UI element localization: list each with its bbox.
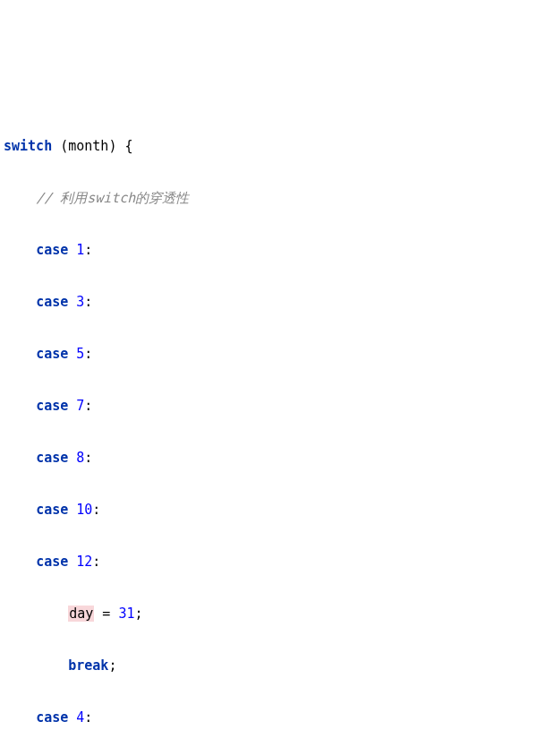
number: 8	[76, 450, 84, 466]
code-block: switch (month) { // 利用switch的穿透性 case 1:…	[4, 107, 546, 756]
comment: // 利用switch的穿透性	[36, 190, 189, 206]
number: 4	[76, 709, 84, 726]
code-line: case 5:	[4, 341, 546, 367]
code-line: switch (month) {	[4, 133, 546, 159]
code-line: case 3:	[4, 289, 546, 315]
keyword-case: case	[36, 554, 68, 570]
keyword-case: case	[36, 502, 68, 518]
code-line: case 7:	[4, 393, 546, 419]
keyword-case: case	[36, 450, 68, 466]
keyword-case: case	[36, 242, 68, 258]
number: 10	[76, 502, 92, 518]
code-line: day = 31;	[4, 601, 546, 627]
keyword-case: case	[36, 709, 68, 726]
var-day: day	[68, 606, 94, 622]
code-line: case 12:	[4, 549, 546, 575]
keyword-case: case	[36, 294, 68, 310]
number: 3	[76, 294, 84, 310]
code-line: case 10:	[4, 497, 546, 523]
number: 31	[118, 606, 134, 622]
code-line: case 1:	[4, 237, 546, 263]
code-line: case 4:	[4, 705, 546, 731]
keyword-break: break	[68, 657, 108, 674]
code-line: case 8:	[4, 445, 546, 471]
code-line: break;	[4, 653, 546, 679]
code-line: // 利用switch的穿透性	[4, 185, 546, 211]
number: 1	[76, 242, 84, 258]
number: 7	[76, 398, 84, 414]
number: 12	[76, 554, 92, 570]
var-month: month	[68, 138, 108, 154]
keyword-case: case	[36, 346, 68, 362]
keyword-switch: switch	[4, 138, 52, 154]
number: 5	[76, 346, 84, 362]
keyword-case: case	[36, 398, 68, 414]
